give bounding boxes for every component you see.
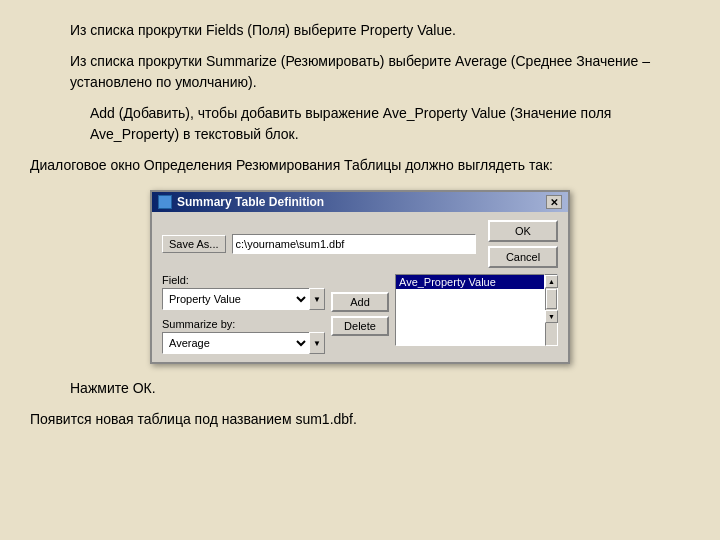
dialog-titlebar: Summary Table Definition ✕: [152, 192, 568, 212]
scrollbar[interactable]: ▲ ▼: [545, 274, 558, 346]
paragraph-4: Диалоговое окно Определения Резюмировани…: [30, 155, 690, 176]
cancel-button[interactable]: Cancel: [488, 246, 558, 268]
list-item[interactable]: Ave_Property Value: [396, 275, 544, 289]
summarize-label: Summarize by:: [162, 318, 325, 330]
field-select-wrapper: Property Value ▼: [162, 288, 325, 310]
add-button[interactable]: Add: [331, 292, 389, 312]
scrollbar-down-button[interactable]: ▼: [545, 310, 558, 323]
right-buttons: OK Cancel: [488, 220, 558, 268]
path-input[interactable]: [232, 234, 476, 254]
paragraph-2-text: Из списка прокрутки Summarize (Резюмиров…: [70, 53, 650, 90]
paragraph-5: Нажмите ОК.: [30, 378, 690, 399]
dialog-main-content: Field: Property Value ▼ Summarize by:: [162, 274, 558, 354]
paragraph-5-text: Нажмите ОК.: [70, 380, 156, 396]
paragraph-2: Из списка прокрутки Summarize (Резюмиров…: [30, 51, 690, 93]
dialog-titlebar-left: Summary Table Definition: [158, 195, 324, 209]
dialog-icon: [158, 195, 172, 209]
result-list[interactable]: Ave_Property Value: [395, 274, 545, 346]
paragraph-1-text: Из списка прокрутки Fields (Поля) выбери…: [70, 22, 456, 38]
summarize-select-arrow[interactable]: ▼: [309, 332, 325, 354]
field-select[interactable]: Property Value: [162, 288, 310, 310]
ok-button[interactable]: OK: [488, 220, 558, 242]
paragraph-3-text: Add (Добавить), чтобы добавить выражение…: [90, 105, 611, 142]
dialog-close-button[interactable]: ✕: [546, 195, 562, 209]
summary-table-dialog: Summary Table Definition ✕ Save As... OK…: [150, 190, 570, 364]
paragraph-6-text: Появится новая таблица под названием sum…: [30, 411, 357, 427]
list-panel: Ave_Property Value ▲ ▼: [395, 274, 558, 354]
saveas-row: Save As... OK Cancel: [162, 220, 558, 268]
field-select-arrow[interactable]: ▼: [309, 288, 325, 310]
saveas-button[interactable]: Save As...: [162, 235, 226, 253]
dialog-title: Summary Table Definition: [177, 195, 324, 209]
left-panel: Field: Property Value ▼ Summarize by:: [162, 274, 325, 354]
summarize-select[interactable]: Average: [162, 332, 310, 354]
content-area: Из списка прокрутки Fields (Поля) выбери…: [30, 20, 690, 430]
field-label: Field:: [162, 274, 325, 286]
scrollbar-thumb[interactable]: [546, 289, 557, 309]
dialog-wrapper: Summary Table Definition ✕ Save As... OK…: [30, 190, 690, 364]
list-with-scroll: Ave_Property Value ▲ ▼: [395, 274, 558, 346]
paragraph-3: Add (Добавить), чтобы добавить выражение…: [30, 103, 690, 145]
delete-button[interactable]: Delete: [331, 316, 389, 336]
paragraph-4-text: Диалоговое окно Определения Резюмировани…: [30, 157, 553, 173]
add-delete-panel: Add Delete: [331, 274, 389, 354]
dialog-body: Save As... OK Cancel Field: Property: [152, 212, 568, 362]
summarize-select-wrapper: Average ▼: [162, 332, 325, 354]
paragraph-6: Появится новая таблица под названием sum…: [30, 409, 690, 430]
summarize-section: Summarize by: Average ▼: [162, 318, 325, 354]
scrollbar-up-button[interactable]: ▲: [545, 275, 558, 288]
paragraph-1: Из списка прокрутки Fields (Поля) выбери…: [30, 20, 690, 41]
